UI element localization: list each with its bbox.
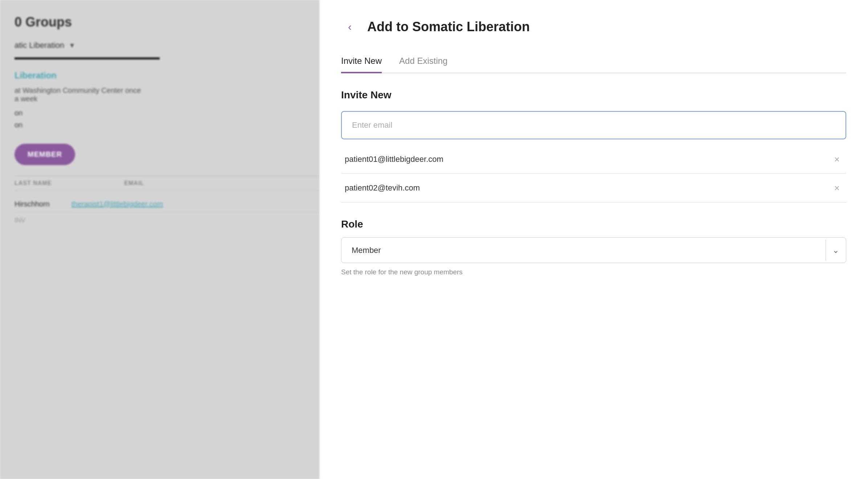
invite-badge: INV [15, 213, 25, 228]
tabs-row: Invite New Add Existing [341, 50, 846, 73]
email-address-1: patient01@littlebigdeer.com [345, 155, 443, 164]
back-button[interactable]: ‹ [341, 18, 359, 36]
remove-email-2-button[interactable]: × [831, 182, 843, 194]
background-panel: 0 Groups atic Liberation ▾ Liberation at… [0, 0, 319, 479]
remove-email-1-button[interactable]: × [831, 153, 843, 165]
role-hint: Set the role for the new group members [341, 268, 846, 276]
email-input[interactable] [341, 111, 846, 139]
dropdown-arrow-icon: ▾ [70, 41, 74, 50]
email-entry-1: patient01@littlebigdeer.com × [341, 145, 846, 174]
right-panel: ‹ Add to Somatic Liberation Invite New A… [319, 0, 868, 479]
section-heading: Invite New [341, 89, 846, 101]
col-email: EMAIL [124, 180, 144, 187]
email-entry-2: patient02@tevih.com × [341, 174, 846, 202]
dropdown-label: atic Liberation [15, 41, 64, 50]
role-select[interactable]: Member Admin [341, 237, 846, 263]
page-title: 0 Groups [15, 15, 319, 30]
panel-title: Add to Somatic Liberation [367, 19, 530, 34]
tab-invite-new[interactable]: Invite New [341, 50, 382, 73]
role-select-wrapper: Member Admin ⌄ [341, 237, 846, 263]
tab-add-existing[interactable]: Add Existing [399, 50, 447, 73]
field-label-1: on [15, 109, 319, 117]
group-link: Liberation [15, 70, 319, 81]
back-chevron-icon: ‹ [348, 21, 352, 32]
email-address-2: patient02@tevih.com [345, 183, 420, 193]
role-label: Role [341, 218, 846, 230]
cell-email: therapist1@littlebigdeer.com [71, 200, 163, 208]
col-lastname: LAST NAME [15, 180, 52, 187]
email-input-wrapper [341, 111, 846, 139]
cell-lastname: Hirschhorn [15, 200, 50, 208]
role-section: Role Member Admin ⌄ Set the role for the… [341, 218, 846, 276]
group-description: at Washington Community Center once a we… [15, 86, 145, 103]
member-button[interactable]: MEMBER [15, 144, 75, 165]
divider [15, 57, 160, 60]
field-label-2: on [15, 121, 319, 129]
panel-header: ‹ Add to Somatic Liberation [341, 18, 846, 36]
